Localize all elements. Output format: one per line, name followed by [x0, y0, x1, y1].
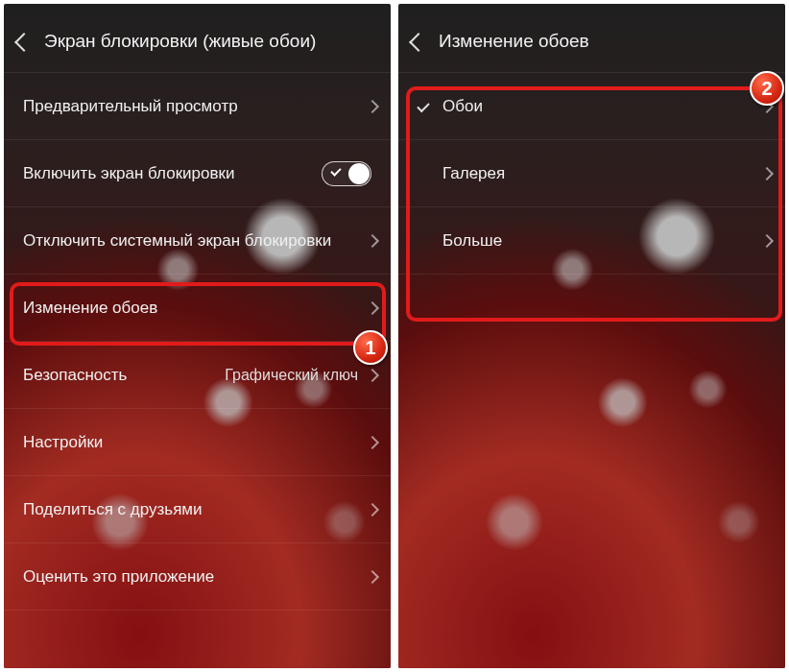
chevron-right-icon: [366, 569, 379, 583]
row-label: Больше: [442, 231, 502, 251]
screenshot-left: Экран блокировки (живые обои) Предварите…: [4, 4, 391, 668]
row-preview[interactable]: Предварительный просмотр: [4, 73, 391, 140]
annotation-badge-2: 2: [750, 71, 784, 106]
chevron-right-icon: [366, 233, 379, 247]
row-wallpapers[interactable]: Обои: [398, 73, 785, 140]
chevron-right-icon: [760, 233, 774, 247]
row-settings[interactable]: Настройки: [4, 409, 391, 476]
row-disable-system-lock[interactable]: Отключить системный экран блокировки: [4, 207, 391, 275]
row-share[interactable]: Поделиться с друзьями: [4, 476, 391, 543]
row-rate-app[interactable]: Оценить это приложение: [4, 543, 391, 611]
chevron-right-icon: [366, 300, 379, 314]
row-label: Включить экран блокировки: [23, 164, 234, 183]
chevron-right-icon: [366, 368, 379, 381]
chevron-right-icon: [366, 435, 379, 448]
row-value: Графический ключ: [225, 367, 358, 384]
header-bar: Изменение обоев: [398, 4, 785, 73]
row-change-wallpaper[interactable]: Изменение обоев: [4, 275, 391, 342]
row-more[interactable]: Больше: [398, 207, 785, 275]
header-bar: Экран блокировки (живые обои): [4, 4, 391, 73]
row-label: Отключить системный экран блокировки: [23, 231, 331, 251]
row-label: Поделиться с друзьями: [23, 500, 203, 519]
row-label: Оценить это приложение: [23, 567, 214, 587]
row-security[interactable]: Безопасность Графический ключ: [4, 342, 391, 409]
check-icon: [417, 100, 429, 112]
chevron-right-icon: [760, 166, 774, 180]
row-label: Галерея: [442, 164, 505, 183]
row-label: Настройки: [23, 433, 103, 452]
row-label: Обои: [442, 97, 483, 116]
row-label: Безопасность: [23, 366, 127, 385]
chevron-right-icon: [366, 99, 379, 112]
row-left: Обои: [418, 97, 483, 116]
row-label: Предварительный просмотр: [23, 97, 238, 116]
screen-content: Экран блокировки (живые обои) Предварите…: [4, 4, 391, 611]
screen-content: Изменение обоев Обои Галерея Больше: [398, 4, 785, 275]
back-icon[interactable]: [14, 33, 34, 52]
page-title: Изменение обоев: [439, 31, 589, 52]
row-enable-lockscreen[interactable]: Включить экран блокировки: [4, 140, 391, 207]
badge-number: 1: [365, 337, 375, 359]
toggle-knob: [348, 163, 370, 184]
row-label: Изменение обоев: [23, 299, 157, 318]
badge-number: 2: [761, 78, 772, 100]
row-gallery[interactable]: Галерея: [398, 140, 785, 207]
chevron-right-icon: [366, 502, 379, 516]
check-icon: [330, 165, 341, 176]
page-title: Экран блокировки (живые обои): [44, 31, 316, 52]
back-icon[interactable]: [409, 33, 428, 52]
annotation-badge-1: 1: [353, 330, 388, 365]
toggle-switch-on[interactable]: [322, 161, 371, 186]
screenshot-right: Изменение обоев Обои Галерея Больше 2: [398, 4, 785, 668]
